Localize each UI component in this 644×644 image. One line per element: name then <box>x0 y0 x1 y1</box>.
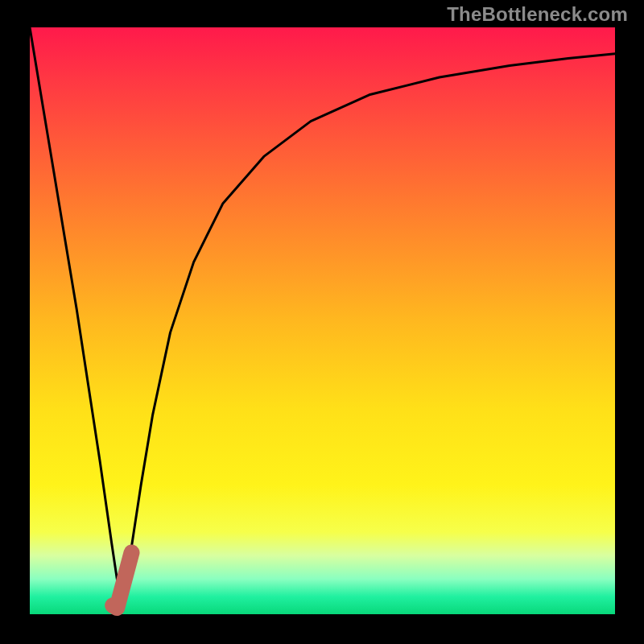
watermark-text: TheBottleneck.com <box>447 3 628 26</box>
chart-svg <box>0 0 644 644</box>
chart-frame: TheBottleneck.com <box>0 0 644 644</box>
